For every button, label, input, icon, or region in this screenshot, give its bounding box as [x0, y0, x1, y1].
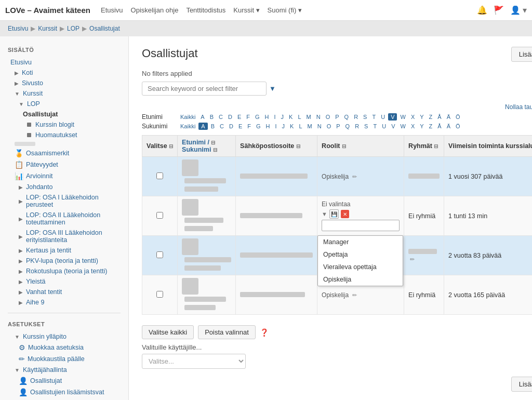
letter-btn-q-fn[interactable]: Q [342, 113, 351, 121]
letter-btn-b-ln[interactable]: B [209, 123, 217, 130]
table-reset-link[interactable]: Nollaa taulukkoasetukset [142, 103, 532, 111]
sidebar-item-kayttajahallinta[interactable]: ▼ Käyttäjähallinta [0, 365, 128, 375]
letter-btn-i-fn[interactable]: I [272, 113, 278, 121]
row2-cancel-icon[interactable]: ✕ [341, 210, 349, 218]
letter-btn-v-fn[interactable]: V [388, 113, 397, 121]
letter-btn-a-ln[interactable]: A [198, 123, 207, 130]
letter-btn-w-fn[interactable]: W [398, 113, 407, 121]
select-action-dropdown[interactable]: Valitse... [142, 354, 246, 369]
letter-btn-n-fn[interactable]: N [314, 113, 323, 121]
letter-btn-p-ln[interactable]: P [334, 123, 342, 130]
filter-dropdown-btn[interactable]: ▼ [269, 85, 276, 92]
col-collapse-email[interactable]: ⊟ [296, 143, 300, 149]
letter-btn-r-ln[interactable]: R [353, 123, 361, 130]
letter-btn-q-ln[interactable]: Q [343, 123, 352, 130]
user-avatar[interactable]: 👤 ▾ [510, 5, 527, 15]
select-all-button[interactable]: Valitse kaikki [142, 325, 194, 339]
letter-btn-x-fn[interactable]: X [409, 113, 417, 121]
row4-checkbox[interactable] [156, 291, 163, 298]
sidebar-item-muokkaustila[interactable]: ✏ Muokkaustila päälle [0, 353, 128, 365]
sidebar-item-aihe9[interactable]: ▶ Aihe 9 [0, 297, 128, 308]
role-option-opettaja[interactable]: Opettaja [318, 248, 403, 261]
letter-btn-e-ln[interactable]: E [236, 123, 244, 130]
sidebar-item-patevyydet[interactable]: 📋 Pätevyydet [0, 159, 128, 170]
letter-btn-t-fn[interactable]: T [370, 113, 378, 121]
letter-btn-x-ln[interactable]: X [409, 123, 417, 130]
letter-btn-ae-fn[interactable]: Ä [445, 113, 453, 121]
letter-btn-f-fn[interactable]: F [244, 113, 252, 121]
letter-btn-oe-ln[interactable]: Ö [454, 123, 462, 130]
col-collapse-ln[interactable]: ⊟ [213, 147, 217, 153]
letter-btn-d-ln[interactable]: D [227, 123, 235, 130]
row1-checkbox[interactable] [156, 172, 163, 179]
breadcrumb-kurssit[interactable]: Kurssit [38, 25, 57, 32]
letter-btn-t-ln[interactable]: T [371, 123, 379, 130]
row1-role-edit-icon[interactable]: ✏ [352, 174, 357, 180]
sidebar-item-etusivu[interactable]: Etusivu [0, 57, 128, 68]
role-option-vieraileva[interactable]: Vieraileva opettaja [318, 261, 403, 273]
letter-btn-ae-ln[interactable]: Ä [445, 123, 453, 130]
letter-btn-u-fn[interactable]: U [379, 113, 387, 121]
nav-kurssit[interactable]: Kurssit ▾ [233, 6, 259, 14]
letter-btn-g-fn[interactable]: G [253, 113, 262, 121]
letter-btn-s-ln[interactable]: S [362, 123, 370, 130]
sidebar-item-kurssin-blogit[interactable]: Kurssin blogit [0, 119, 128, 130]
sidebar-item-lisaamistavat[interactable]: 👤 Osallistujien lisäämistsvat [0, 386, 128, 398]
letter-btn-h-ln[interactable]: H [264, 123, 272, 130]
col-collapse-roles[interactable]: ⊟ [342, 143, 346, 149]
search-filter-input[interactable] [142, 82, 267, 96]
nav-etusivu[interactable]: Etusivu [101, 6, 123, 14]
sidebar-item-johdanto[interactable]: ▶ Johdanto [0, 182, 128, 192]
sidebar-item-osallistujat2[interactable]: 👤 Osallistujat [0, 375, 128, 386]
sidebar-item-sivusto[interactable]: ▶ Sivusto [0, 78, 128, 88]
sidebar-item-osa3[interactable]: ▶ LOP: OSA III Lääkehoidon erityistilant… [0, 228, 128, 245]
row2-role-search[interactable] [322, 220, 400, 231]
flag-icon[interactable]: 🚩 [494, 5, 504, 15]
letter-btn-b-fn[interactable]: B [208, 113, 216, 121]
letter-btn-c-fn[interactable]: C [217, 113, 225, 121]
letter-btn-m-ln[interactable]: M [305, 123, 314, 130]
sidebar-item-kertaus[interactable]: ▶ Kertaus ja tentit [0, 245, 128, 256]
sidebar-item-osallistujat[interactable]: Osallistujat [0, 109, 128, 119]
letter-btn-d-fn[interactable]: D [226, 113, 234, 121]
letter-btn-a-fn[interactable]: A [198, 113, 206, 121]
sidebar-item-yleista[interactable]: ▶ Yleistä [0, 276, 128, 287]
letter-btn-kaikki-fn[interactable]: Kaikki [178, 113, 197, 121]
sidebar-item-muokkaa-asetuksia[interactable]: ⚙ Muokkaa asetuksia [0, 342, 128, 353]
help-icon[interactable]: ❓ [260, 328, 269, 337]
letter-btn-p-fn[interactable]: P [333, 113, 341, 121]
row4-role-edit-icon[interactable]: ✏ [352, 292, 357, 298]
role-option-opiskelija[interactable]: Opiskelija [318, 273, 403, 286]
letter-btn-e-fn[interactable]: E [235, 113, 243, 121]
row2-checkbox[interactable] [156, 212, 163, 219]
letter-btn-y-ln[interactable]: Y [418, 123, 425, 130]
nav-tenttitodistus[interactable]: Tenttitodistus [186, 6, 225, 14]
letter-btn-k-fn[interactable]: K [287, 113, 295, 121]
letter-btn-i-ln[interactable]: I [273, 123, 279, 130]
letter-btn-kaikki-ln[interactable]: Kaikki [178, 123, 197, 130]
letter-btn-j-fn[interactable]: J [279, 113, 286, 121]
letter-btn-l-fn[interactable]: L [296, 113, 303, 121]
breadcrumb-lop[interactable]: LOP [67, 25, 79, 32]
letter-btn-w-ln[interactable]: W [398, 123, 407, 130]
letter-btn-z-ln[interactable]: Z [427, 123, 435, 130]
sidebar-item-osa2[interactable]: ▶ LOP: OSA II Lääkehoidon toteuttaminen [0, 210, 128, 228]
remove-selected-button[interactable]: Poista valinnat [198, 325, 256, 339]
letter-btn-aa-ln[interactable]: Å [435, 123, 443, 130]
letter-btn-z-fn[interactable]: Z [427, 113, 435, 121]
letter-btn-o-ln[interactable]: O [325, 123, 334, 130]
letter-btn-k-ln[interactable]: K [288, 123, 296, 130]
sidebar-item-kurssin-yllapito[interactable]: ▼ Kurssin ylläpito [0, 331, 128, 342]
letter-btn-s-fn[interactable]: S [361, 113, 369, 121]
letter-btn-f-ln[interactable]: F [245, 123, 253, 130]
sidebar-item-kurssit[interactable]: ▼ Kurssit [0, 88, 128, 99]
letter-btn-v-ln[interactable]: V [389, 123, 397, 130]
breadcrumb-etusivu[interactable]: Etusivu [8, 25, 28, 32]
col-collapse-groups[interactable]: ⊟ [434, 143, 438, 149]
row3-checkbox[interactable] [156, 251, 163, 258]
sidebar-item-osaamismerkit[interactable]: 🏅 Osaamismerkit [0, 148, 128, 159]
sidebar-item-koti[interactable]: ▶ Koti [0, 68, 128, 78]
letter-btn-r-fn[interactable]: R [352, 113, 360, 121]
letter-btn-n-ln[interactable]: N [315, 123, 324, 130]
col-collapse-fn[interactable]: ⊟ [211, 140, 215, 145]
